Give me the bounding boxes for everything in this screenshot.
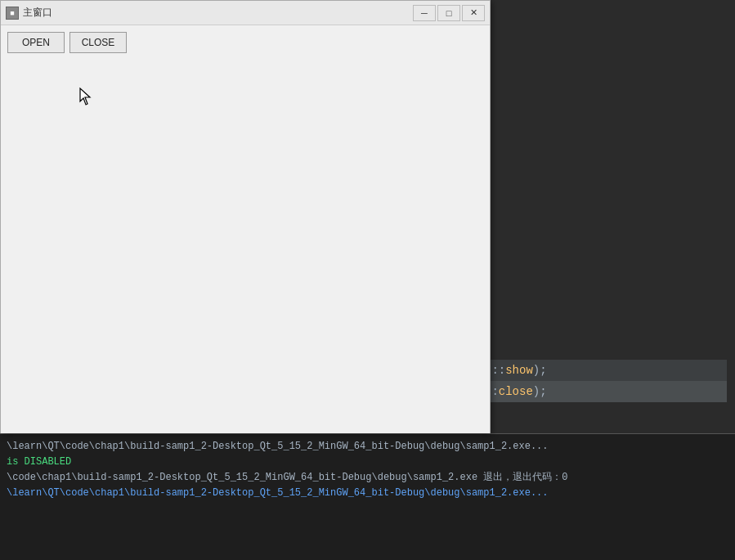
window-client-area: OPEN CLOSE [1, 25, 490, 433]
output-line4: \learn\QT\code\chap1\build-samp1_2-Deskt… [7, 486, 728, 501]
maximize-button[interactable]: □ [437, 5, 460, 21]
minimize-button[interactable]: ─ [413, 5, 436, 21]
output-line1: \learn\QT\code\chap1\build-samp1_2-Deskt… [7, 439, 728, 455]
window-icon: ■ [6, 7, 19, 20]
title-bar-controls: ─ □ ✕ [413, 5, 485, 21]
code-editor-background: t::show); ::close); [473, 0, 735, 433]
output-line2: is DISABLED [7, 455, 728, 470]
mouse-cursor [78, 87, 95, 106]
output-line3: \code\chap1\build-samp1_2-Desktop_Qt_5_1… [7, 470, 728, 486]
output-content: \learn\QT\code\chap1\build-samp1_2-Deskt… [0, 434, 735, 506]
close-button[interactable]: CLOSE [69, 32, 127, 53]
window-close-button[interactable]: ✕ [462, 5, 485, 21]
svg-marker-0 [80, 88, 90, 105]
window-title: 主窗口 [23, 6, 52, 20]
title-bar-left: ■ 主窗口 [6, 6, 52, 20]
open-button[interactable]: OPEN [7, 32, 65, 53]
title-bar: ■ 主窗口 ─ □ ✕ [1, 1, 490, 25]
toolbar-row: OPEN CLOSE [7, 32, 483, 53]
output-panel: \learn\QT\code\chap1\build-samp1_2-Deskt… [0, 433, 735, 560]
main-window: ■ 主窗口 ─ □ ✕ OPEN CLOSE [0, 0, 491, 433]
